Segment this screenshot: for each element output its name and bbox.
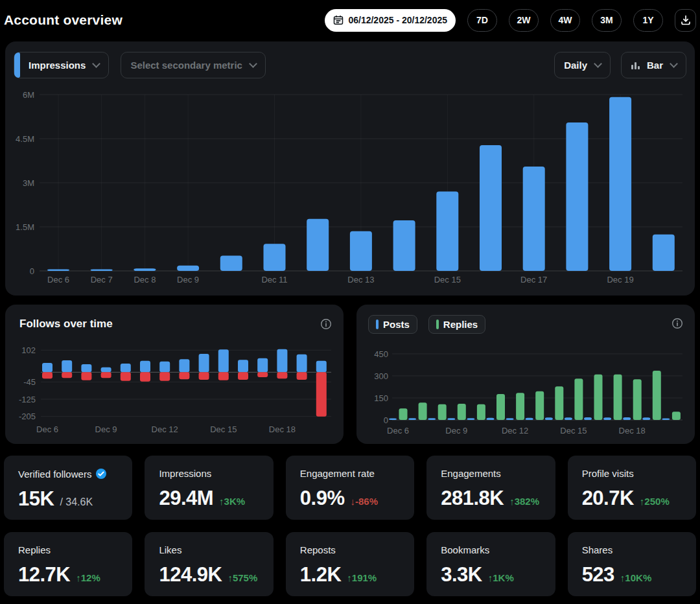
secondary-metric-dropdown[interactable]: Select secondary metric — [121, 52, 266, 78]
follows-info-button[interactable] — [320, 318, 332, 330]
header-actions: 06/12/2025 - 20/12/2025 7D2W4W3M1Y — [325, 9, 696, 32]
bar-posts-dec-15 — [565, 417, 572, 420]
bar-follows-dec-15 — [218, 349, 229, 372]
svg-text:Dec 12: Dec 12 — [152, 424, 178, 434]
bar-posts-dec-20 — [662, 419, 670, 421]
stat-value: 523 — [582, 563, 614, 587]
calendar-icon — [333, 15, 344, 25]
bar-impressions-dec-19 — [609, 97, 631, 271]
stat-label: Profile visits — [582, 468, 686, 479]
bar-replies-dec-6 — [399, 408, 408, 420]
legend-chip-posts[interactable]: Posts — [368, 315, 417, 334]
bar-impressions-dec-15 — [436, 192, 458, 271]
chart-type-dropdown[interactable]: Bar — [621, 52, 686, 78]
bar-impressions-dec-13 — [350, 231, 372, 271]
bar-impressions-dec-17 — [523, 167, 545, 271]
bar-unfollows-dec-15 — [218, 372, 229, 380]
svg-text:Dec 12: Dec 12 — [502, 426, 528, 436]
svg-text:450: 450 — [374, 349, 388, 359]
legend-label: Replies — [443, 319, 478, 330]
stat-label-text: Bookmarks — [441, 544, 489, 555]
period-button-7d[interactable]: 7D — [467, 9, 497, 32]
stat-value: 0.9% — [300, 487, 345, 510]
svg-text:Dec 13: Dec 13 — [347, 275, 374, 285]
period-button-3m[interactable]: 3M — [592, 9, 622, 32]
svg-text:Dec 15: Dec 15 — [210, 424, 237, 434]
svg-text:Dec 9: Dec 9 — [95, 424, 117, 434]
svg-text:3M: 3M — [23, 178, 34, 188]
stat-value: 12.7K — [18, 563, 70, 587]
svg-text:0: 0 — [30, 266, 34, 276]
bar-unfollows-dec-12 — [159, 372, 170, 380]
bar-impressions-dec-18 — [566, 122, 588, 271]
info-icon — [320, 318, 332, 330]
stat-delta-up: ↑3K% — [219, 496, 245, 507]
svg-text:Dec 8: Dec 8 — [134, 275, 156, 285]
bar-impressions-dec-11 — [264, 244, 286, 271]
stats-row-1: Verified followers15K/ 34.6KImpressions2… — [4, 456, 696, 520]
export-button[interactable] — [675, 9, 696, 32]
stat-value: 29.4M — [159, 487, 213, 510]
period-button-2w[interactable]: 2W — [509, 9, 539, 32]
metric-accent-bar — [14, 52, 20, 78]
granularity-dropdown[interactable]: Daily — [554, 52, 611, 78]
bar-unfollows-dec-14 — [199, 372, 209, 380]
bar-posts-dec-7 — [408, 418, 416, 420]
bar-unfollows-dec-8 — [81, 372, 91, 380]
bar-unfollows-dec-7 — [62, 372, 72, 378]
svg-text:Dec 17: Dec 17 — [520, 275, 547, 285]
posts-replies-chart-card: PostsReplies 4503001500Dec 6Dec 9Dec 12D… — [356, 305, 695, 444]
stat-value-row: 15K/ 34.6K — [18, 487, 122, 511]
bar-follows-dec-6 — [42, 363, 52, 372]
follows-bar-chart: 102-45-125-205Dec 6Dec 9Dec 12Dec 15Dec … — [11, 341, 338, 439]
svg-text:-125: -125 — [19, 395, 36, 404]
svg-text:Dec 9: Dec 9 — [445, 426, 467, 436]
period-button-1y[interactable]: 1Y — [633, 9, 663, 32]
stat-value-row: 12.7K↑12% — [18, 563, 122, 587]
bar-replies-dec-17 — [614, 375, 622, 420]
chevron-down-icon — [594, 60, 602, 68]
stat-label: Engagements — [441, 468, 544, 479]
stat-card-engagements: Engagements281.8K↑382% — [426, 456, 555, 520]
primary-metric-dropdown[interactable]: Impressions — [14, 52, 109, 78]
bar-unfollows-dec-9 — [101, 372, 111, 378]
bar-chart-icon — [631, 61, 640, 70]
svg-text:-205: -205 — [19, 412, 36, 421]
stat-card-shares: Shares523↑10K% — [568, 532, 696, 596]
bar-replies-dec-13 — [535, 391, 544, 420]
date-range-picker[interactable]: 06/12/2025 - 20/12/2025 — [325, 9, 456, 32]
stat-value: 124.9K — [159, 563, 222, 587]
stat-delta-down: ↓-86% — [350, 496, 378, 507]
bar-replies-dec-15 — [574, 378, 583, 420]
bar-follows-dec-18 — [277, 349, 287, 373]
bar-follows-dec-14 — [199, 354, 209, 372]
bar-impressions-dec-8 — [134, 268, 156, 271]
bar-posts-dec-13 — [526, 418, 533, 420]
bar-posts-dec-16 — [584, 417, 592, 420]
stat-value-row: 523↑10K% — [582, 563, 686, 587]
granularity-label: Daily — [564, 60, 587, 71]
stat-value: 281.8K — [441, 487, 504, 510]
svg-text:Dec 18: Dec 18 — [269, 424, 296, 434]
page-title: Account overview — [4, 12, 122, 28]
stat-delta-up: ↑12% — [76, 572, 100, 583]
bar-replies-dec-19 — [653, 371, 661, 420]
bar-replies-dec-12 — [516, 393, 524, 420]
bar-impressions-dec-14 — [393, 220, 415, 271]
bar-unfollows-dec-16 — [238, 372, 248, 380]
bar-replies-dec-16 — [594, 375, 603, 420]
period-button-4w[interactable]: 4W — [550, 9, 580, 32]
legend-chip-replies[interactable]: Replies — [428, 315, 485, 334]
posts-info-button[interactable] — [671, 318, 683, 329]
bar-replies-dec-11 — [496, 394, 505, 420]
bar-follows-dec-16 — [238, 360, 248, 372]
bar-unfollows-dec-19 — [297, 372, 307, 380]
svg-text:Dec 11: Dec 11 — [261, 275, 287, 285]
replies-color-swatch — [436, 319, 439, 329]
chevron-down-icon — [93, 60, 101, 68]
stat-total: / 34.6K — [60, 496, 93, 508]
follows-chart-title: Follows over time — [19, 318, 113, 331]
chart-type-label: Bar — [647, 60, 663, 71]
follows-card-header: Follows over time — [5, 305, 344, 331]
bar-replies-dec-18 — [633, 379, 642, 420]
